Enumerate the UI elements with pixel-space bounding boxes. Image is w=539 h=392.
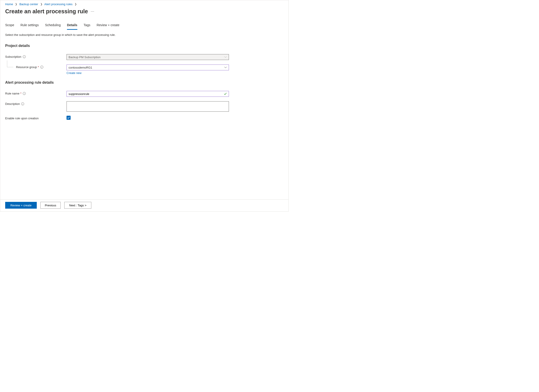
label-enable: Enable rule upon creation xyxy=(5,116,67,120)
label-resource-group-text: Resource group xyxy=(16,65,37,69)
row-enable: Enable rule upon creation xyxy=(5,116,284,122)
page-title: Create an alert processing rule xyxy=(5,8,88,15)
chevron-right-icon: ❯ xyxy=(75,3,77,6)
tabs: Scope Rule settings Scheduling Details T… xyxy=(5,23,284,30)
breadcrumb: Home ❯ Backup center ❯ Alert processing … xyxy=(5,2,284,7)
label-subscription-text: Subscription xyxy=(5,55,21,58)
description-input[interactable] xyxy=(67,101,229,112)
row-resource-group: Resource group * i contosodemoRG1 Create… xyxy=(5,64,284,75)
label-rule-name: Rule name * i xyxy=(5,91,67,95)
page-root: Home ❯ Backup center ❯ Alert processing … xyxy=(0,0,289,212)
row-rule-name: Rule name * i xyxy=(5,91,284,97)
info-icon[interactable]: i xyxy=(21,102,24,105)
chevron-right-icon: ❯ xyxy=(15,3,17,6)
resource-group-select-value: contosodemoRG1 xyxy=(68,66,92,69)
content-area: Home ❯ Backup center ❯ Alert processing … xyxy=(0,0,289,199)
label-enable-text: Enable rule upon creation xyxy=(5,117,38,120)
rule-name-input[interactable] xyxy=(68,92,222,96)
chevron-down-icon xyxy=(224,66,227,69)
info-icon[interactable]: i xyxy=(40,66,43,68)
breadcrumb-link-home[interactable]: Home xyxy=(5,2,13,6)
tab-scheduling[interactable]: Scheduling xyxy=(45,23,61,30)
label-rule-name-text: Rule name xyxy=(5,92,19,95)
breadcrumb-link-alert-rules[interactable]: Alert processing rules xyxy=(44,2,73,6)
label-description: Description i xyxy=(5,101,67,106)
previous-button[interactable]: Previous xyxy=(40,202,61,209)
breadcrumb-link-backup-center[interactable]: Backup center xyxy=(19,2,38,6)
tab-details[interactable]: Details xyxy=(67,23,77,30)
resource-group-select[interactable]: contosodemoRG1 xyxy=(67,64,229,70)
section-heading-project: Project details xyxy=(5,44,284,48)
label-resource-group: Resource group * i xyxy=(5,64,67,69)
enable-checkbox[interactable] xyxy=(67,116,71,120)
subscription-select: Backup PM Subscription xyxy=(67,54,229,60)
section-heading-rule: Alert processing rule details xyxy=(5,81,284,85)
more-actions-button[interactable]: ⋯ xyxy=(91,9,95,14)
label-subscription: Subscription i xyxy=(5,54,67,58)
next-button[interactable]: Next : Tags > xyxy=(64,202,91,209)
required-indicator: * xyxy=(38,65,39,69)
chevron-down-icon xyxy=(224,56,227,58)
create-new-link[interactable]: Create new xyxy=(67,71,82,75)
tab-review-create[interactable]: Review + create xyxy=(96,23,119,30)
tab-scope[interactable]: Scope xyxy=(5,23,14,30)
subscription-select-value: Backup PM Subscription xyxy=(68,55,101,59)
intro-text: Select the subscription and resource gro… xyxy=(5,33,284,37)
footer: Review + create Previous Next : Tags > xyxy=(0,199,289,211)
checkmark-icon xyxy=(224,92,227,95)
label-description-text: Description xyxy=(5,102,20,106)
info-icon[interactable]: i xyxy=(23,55,26,58)
title-row: Create an alert processing rule ⋯ xyxy=(5,8,284,15)
tab-rule-settings[interactable]: Rule settings xyxy=(20,23,39,30)
chevron-right-icon: ❯ xyxy=(40,3,42,6)
row-subscription: Subscription i Backup PM Subscription xyxy=(5,54,284,60)
row-description: Description i xyxy=(5,101,284,112)
info-icon[interactable]: i xyxy=(23,92,26,95)
tab-tags[interactable]: Tags xyxy=(84,23,91,30)
required-indicator: * xyxy=(20,92,21,95)
rule-name-input-wrapper[interactable] xyxy=(67,91,229,97)
indent-connector xyxy=(7,60,13,67)
review-create-button[interactable]: Review + create xyxy=(5,202,37,209)
